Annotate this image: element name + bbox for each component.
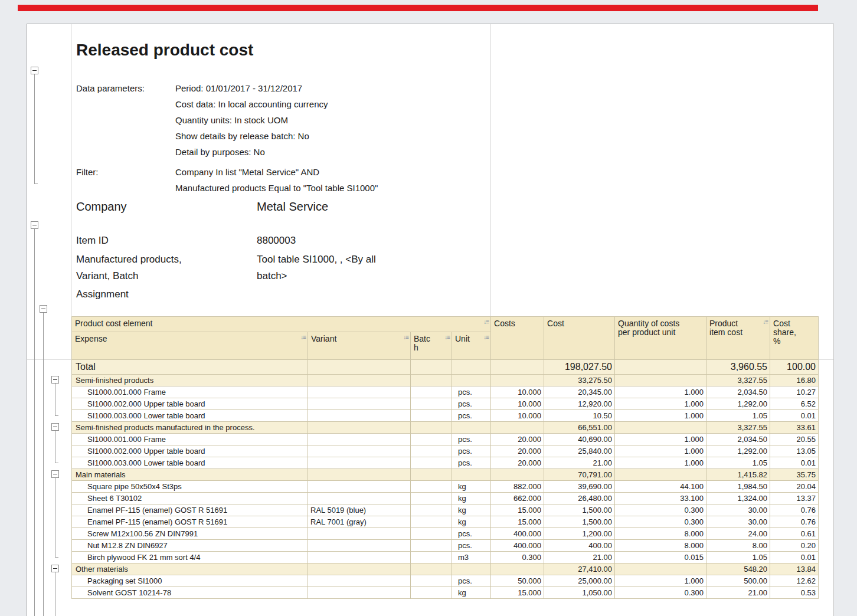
cell-variant[interactable] (308, 434, 411, 445)
cell-variant[interactable]: RAL 5019 (blue) (308, 504, 411, 516)
column-header-expense[interactable]: Expense ↓≡ (72, 332, 308, 360)
table-row[interactable]: Enamel PF-115 (enamel) GOST R 51691RAL 5… (72, 504, 819, 516)
cell-cost[interactable]: 12,920.00 (544, 398, 615, 410)
cell-share[interactable]: 12.62 (770, 575, 819, 587)
cell-unit[interactable]: kg (452, 516, 491, 528)
group-row[interactable]: Semi-finished products manufactured in t… (72, 422, 819, 434)
cell-expense[interactable]: SI1000.003.000 Lower table board (72, 457, 308, 469)
collapse-button-semi-finished-process[interactable] (51, 423, 59, 431)
cell-unit[interactable]: m3 (452, 552, 491, 563)
cell-variant[interactable] (308, 575, 411, 587)
table-row[interactable]: Square pipe 50x50x4 St3pskg882.00039,690… (72, 481, 819, 493)
cell-expense[interactable]: Total (72, 360, 308, 375)
group-row[interactable]: Other materials27,410.00548.2013.84 (72, 563, 819, 575)
table-row[interactable]: SI1000.002.000 Upper table boardpcs.10.0… (72, 398, 819, 410)
cell-item_cost[interactable]: 2,034.50 (706, 386, 770, 398)
cell-variant[interactable] (308, 540, 411, 552)
cell-share[interactable]: 33.61 (770, 422, 819, 434)
cell-qty[interactable]: 8.000 (615, 528, 706, 540)
cell-costs[interactable]: 15.000 (491, 516, 544, 528)
table-row[interactable]: SI1000.001.000 Framepcs.10.00020,345.001… (72, 386, 819, 398)
cell-batch[interactable] (411, 469, 452, 481)
cell-costs[interactable]: 400.000 (491, 540, 544, 552)
cell-costs[interactable]: 10.000 (491, 398, 544, 410)
cell-batch[interactable] (411, 481, 452, 493)
cell-costs[interactable] (491, 422, 544, 434)
cell-unit[interactable]: pcs. (452, 434, 491, 445)
cell-unit[interactable] (452, 469, 491, 481)
cell-qty[interactable]: 1.000 (615, 386, 706, 398)
collapse-button-table-group[interactable] (40, 305, 47, 313)
cell-unit[interactable] (452, 422, 491, 434)
cell-qty[interactable] (615, 360, 706, 375)
cell-unit[interactable]: pcs. (452, 540, 491, 552)
cell-variant[interactable] (308, 445, 411, 457)
cell-qty[interactable]: 0.300 (615, 504, 706, 516)
cell-share[interactable]: 0.76 (770, 504, 819, 516)
cell-batch[interactable] (411, 552, 452, 563)
cell-unit[interactable]: pcs. (452, 445, 491, 457)
sort-icon[interactable]: ↓≡ (403, 335, 408, 340)
cell-batch[interactable] (411, 386, 452, 398)
cell-share[interactable]: 20.55 (770, 434, 819, 445)
cell-expense[interactable]: SI1000.003.000 Lower table board (72, 410, 308, 422)
cell-variant[interactable]: RAL 7001 (gray) (308, 516, 411, 528)
cell-unit[interactable]: pcs. (452, 457, 491, 469)
cell-item_cost[interactable]: 8.00 (706, 540, 770, 552)
cell-expense[interactable]: Other materials (72, 563, 308, 575)
cell-unit[interactable] (452, 563, 491, 575)
table-row[interactable]: Nut M12.8 ZN DIN6927pcs.400.000400.008.0… (72, 540, 819, 552)
cell-costs[interactable] (491, 469, 544, 481)
cell-qty[interactable]: 44.100 (615, 481, 706, 493)
cell-item_cost[interactable]: 24.00 (706, 528, 770, 540)
cell-costs[interactable]: 0.300 (491, 552, 544, 563)
cell-expense[interactable]: SI1000.001.000 Frame (72, 386, 308, 398)
cell-qty[interactable]: 1.000 (615, 398, 706, 410)
cell-variant[interactable] (308, 375, 411, 386)
cell-share[interactable]: 0.76 (770, 516, 819, 528)
table-row[interactable]: Solvent GOST 10214-78kg15.0001,050.000.3… (72, 587, 819, 599)
cell-qty[interactable]: 33.100 (615, 493, 706, 504)
cell-costs[interactable]: 20.000 (491, 445, 544, 457)
collapse-button-semi-finished[interactable] (51, 376, 59, 384)
cell-expense[interactable]: Packaging set SI1000 (72, 575, 308, 587)
table-row[interactable]: SI1000.002.000 Upper table boardpcs.20.0… (72, 445, 819, 457)
column-header-costs[interactable]: Costs (491, 317, 544, 360)
cell-item_cost[interactable]: 3,327.55 (706, 375, 770, 386)
cell-expense[interactable]: SI1000.001.000 Frame (72, 434, 308, 445)
cell-unit[interactable] (452, 375, 491, 386)
cell-cost[interactable]: 40,690.00 (544, 434, 615, 445)
cell-expense[interactable]: Birch plywood FK 21 mm sort 4/4 (72, 552, 308, 563)
cell-expense[interactable]: Main materials (72, 469, 308, 481)
cell-unit[interactable]: pcs. (452, 410, 491, 422)
cell-qty[interactable]: 1.000 (615, 457, 706, 469)
cell-batch[interactable] (411, 516, 452, 528)
cell-variant[interactable] (308, 386, 411, 398)
cell-costs[interactable]: 10.000 (491, 386, 544, 398)
sort-icon[interactable]: ↓≡ (444, 335, 450, 340)
column-header-cost[interactable]: Cost (544, 317, 615, 360)
column-header-variant[interactable]: Variant ↓≡ (308, 332, 411, 360)
table-row[interactable]: SI1000.003.000 Lower table boardpcs.10.0… (72, 410, 819, 422)
table-row[interactable]: Screw M12x100.56 ZN DIN7991pcs.400.0001,… (72, 528, 819, 540)
cell-item_cost[interactable]: 1,415.82 (706, 469, 770, 481)
cell-qty[interactable]: 1.000 (615, 434, 706, 445)
cell-qty[interactable]: 0.300 (615, 587, 706, 599)
cell-qty[interactable]: 1.000 (615, 410, 706, 422)
cell-costs[interactable]: 662.000 (491, 493, 544, 504)
cell-unit[interactable]: pcs. (452, 528, 491, 540)
cell-share[interactable]: 35.75 (770, 469, 819, 481)
cell-item_cost[interactable]: 500.00 (706, 575, 770, 587)
cell-share[interactable]: 100.00 (770, 360, 819, 375)
cell-share[interactable]: 6.52 (770, 398, 819, 410)
sort-icon[interactable]: ↓≡ (763, 319, 768, 325)
cell-costs[interactable]: 20.000 (491, 457, 544, 469)
cell-unit[interactable]: kg (452, 493, 491, 504)
cell-cost[interactable]: 25,000.00 (544, 575, 615, 587)
cell-cost[interactable]: 70,791.00 (544, 469, 615, 481)
column-header-cost-share[interactable]: Cost share, % (770, 317, 819, 360)
cell-share[interactable]: 0.20 (770, 540, 819, 552)
cell-batch[interactable] (411, 528, 452, 540)
table-row[interactable]: Enamel PF-115 (enamel) GOST R 51691RAL 7… (72, 516, 819, 528)
cell-cost[interactable]: 400.00 (544, 540, 615, 552)
